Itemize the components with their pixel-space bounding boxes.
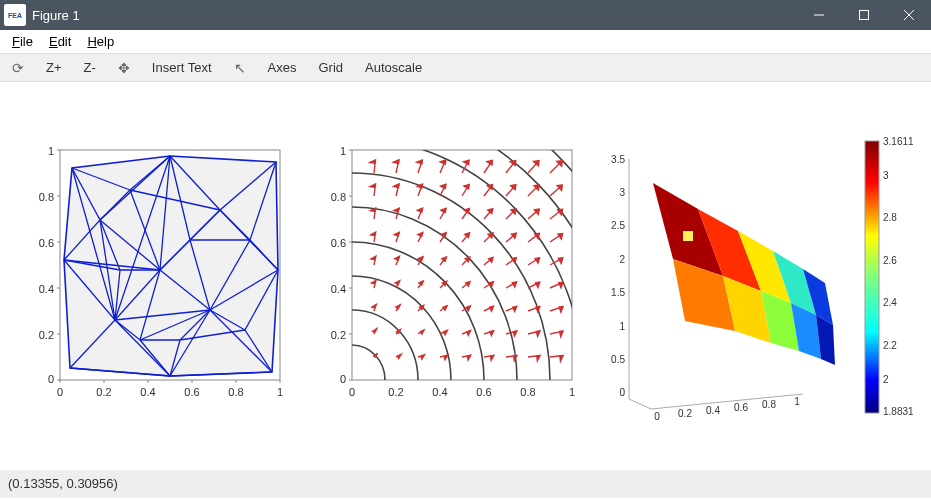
svg-text:0: 0 xyxy=(340,373,346,385)
svg-text:1: 1 xyxy=(569,386,575,398)
svg-marker-116 xyxy=(441,208,446,212)
svg-text:1: 1 xyxy=(794,396,800,407)
svg-text:0.8: 0.8 xyxy=(331,191,346,203)
svg-text:2.4: 2.4 xyxy=(883,297,897,308)
svg-marker-56 xyxy=(372,280,377,283)
svg-text:3: 3 xyxy=(883,170,889,181)
statusbar: (0.13355, 0.30956) xyxy=(0,470,931,498)
menubar: File Edit Help xyxy=(0,30,931,54)
svg-marker-94 xyxy=(419,257,424,261)
svg-text:0.2: 0.2 xyxy=(97,386,112,398)
autoscale-button[interactable]: Autoscale xyxy=(359,58,428,77)
svg-text:2.2: 2.2 xyxy=(883,340,897,351)
axes-button[interactable]: Axes xyxy=(262,58,303,77)
maximize-button[interactable] xyxy=(841,0,886,30)
svg-marker-120 xyxy=(441,160,447,164)
svg-rect-239 xyxy=(865,141,879,413)
svg-marker-138 xyxy=(464,160,470,164)
titlebar: FEA Figure 1 xyxy=(0,0,931,30)
svg-text:1: 1 xyxy=(277,386,283,398)
minimize-button[interactable] xyxy=(796,0,841,30)
svg-marker-186 xyxy=(535,233,540,238)
svg-marker-58 xyxy=(371,256,376,259)
svg-text:1: 1 xyxy=(340,145,346,157)
svg-marker-128 xyxy=(466,282,470,287)
svg-marker-104 xyxy=(445,355,448,360)
rotate-icon[interactable]: ⟳ xyxy=(6,58,30,78)
svg-marker-204 xyxy=(558,234,563,240)
svg-marker-166 xyxy=(512,258,516,263)
svg-marker-106 xyxy=(444,330,448,334)
svg-marker-184 xyxy=(536,258,540,263)
svg-text:0.6: 0.6 xyxy=(39,237,54,249)
insert-text-button[interactable]: Insert Text xyxy=(146,58,218,77)
window-title: Figure 1 xyxy=(32,8,796,23)
plot-contour-quiver[interactable]: 00.20.40.60.81 00.20.40.60.81 xyxy=(310,136,590,416)
svg-text:0.8: 0.8 xyxy=(762,399,776,410)
svg-text:2.8: 2.8 xyxy=(883,212,897,223)
svg-marker-74 xyxy=(396,281,400,285)
svg-text:0.8: 0.8 xyxy=(39,191,54,203)
svg-marker-142 xyxy=(491,331,495,336)
svg-marker-164 xyxy=(513,282,517,287)
menu-file[interactable]: File xyxy=(4,32,41,51)
svg-marker-96 xyxy=(418,232,423,236)
svg-text:0.6: 0.6 xyxy=(185,386,200,398)
colorbar-max: 3.16113 xyxy=(883,136,913,147)
plot-surface3d[interactable]: 00.511.522.533.5 00.20.40.60.81 xyxy=(603,121,913,431)
svg-marker-80 xyxy=(394,208,399,212)
svg-text:2.6: 2.6 xyxy=(883,255,897,266)
svg-text:0.2: 0.2 xyxy=(678,408,692,419)
svg-marker-68 xyxy=(398,354,402,358)
pan-icon[interactable]: ✥ xyxy=(112,58,136,78)
svg-marker-162 xyxy=(513,306,517,311)
svg-text:0.4: 0.4 xyxy=(39,283,54,295)
svg-marker-200 xyxy=(559,282,563,288)
svg-text:2: 2 xyxy=(619,254,625,265)
svg-marker-72 xyxy=(396,305,400,309)
grid-button[interactable]: Grid xyxy=(312,58,349,77)
svg-marker-194 xyxy=(560,356,563,362)
svg-text:0.8: 0.8 xyxy=(229,386,244,398)
menu-edit[interactable]: Edit xyxy=(41,32,79,51)
cursor-icon[interactable]: ↖ xyxy=(228,58,252,78)
svg-rect-1 xyxy=(859,11,868,20)
svg-text:0: 0 xyxy=(349,386,355,398)
svg-marker-136 xyxy=(464,184,469,188)
zoom-out-button[interactable]: Z- xyxy=(78,58,102,77)
colorbar-min: 1.8831 xyxy=(883,406,913,417)
close-button[interactable] xyxy=(886,0,931,30)
svg-marker-196 xyxy=(560,331,564,337)
svg-text:1: 1 xyxy=(48,145,54,157)
svg-text:0: 0 xyxy=(48,373,54,385)
svg-text:1.5: 1.5 xyxy=(611,287,625,298)
svg-marker-98 xyxy=(418,208,423,212)
svg-text:0: 0 xyxy=(57,386,63,398)
plot-mesh[interactable]: 0 0.2 0.4 0.6 0.8 1 0 0.2 0.4 0.6 0.8 1 xyxy=(18,136,298,416)
app-icon: FEA xyxy=(4,4,26,26)
svg-marker-182 xyxy=(536,282,540,287)
svg-text:0.6: 0.6 xyxy=(477,386,492,398)
svg-text:0.2: 0.2 xyxy=(331,329,346,341)
svg-marker-84 xyxy=(394,160,400,164)
svg-text:0.4: 0.4 xyxy=(141,386,156,398)
svg-marker-126 xyxy=(467,306,471,311)
svg-marker-102 xyxy=(417,160,423,164)
svg-text:0.8: 0.8 xyxy=(521,386,536,398)
svg-line-226 xyxy=(651,394,803,409)
svg-text:2.5: 2.5 xyxy=(611,220,625,231)
cursor-coords: (0.13355, 0.30956) xyxy=(8,476,118,491)
svg-marker-88 xyxy=(421,330,425,334)
svg-marker-108 xyxy=(443,306,447,310)
svg-marker-156 xyxy=(487,160,493,165)
svg-marker-114 xyxy=(442,233,447,237)
svg-marker-144 xyxy=(490,306,494,311)
svg-marker-178 xyxy=(537,331,541,336)
svg-text:0.2: 0.2 xyxy=(39,329,54,341)
zoom-in-button[interactable]: Z+ xyxy=(40,58,68,77)
menu-help[interactable]: Help xyxy=(79,32,122,51)
svg-marker-122 xyxy=(468,355,471,360)
svg-marker-140 xyxy=(491,355,494,360)
svg-text:0.6: 0.6 xyxy=(331,237,346,249)
svg-marker-176 xyxy=(537,355,540,360)
